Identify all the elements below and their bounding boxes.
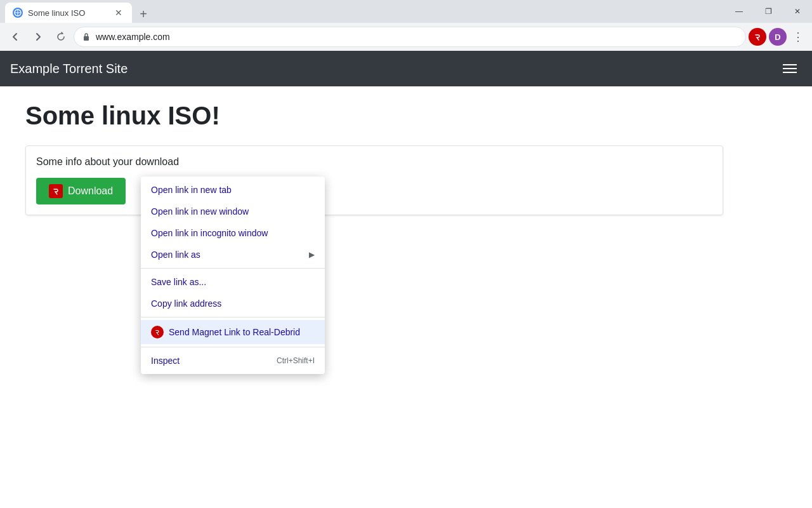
lock-icon <box>82 32 91 41</box>
page-body: Some linux ISO! Some info about your dow… <box>0 86 812 241</box>
page-title: Some linux ISO! <box>25 102 787 130</box>
context-menu: Open link in new tabOpen link in new win… <box>141 177 325 374</box>
tab-favicon <box>13 8 23 18</box>
hamburger-line-3 <box>783 72 797 73</box>
context-menu-label: Send Magnet Link to Real-Debrid <box>169 327 300 337</box>
url-input[interactable] <box>96 32 738 42</box>
info-text: Some info about your download <box>36 156 712 168</box>
context-menu-separator <box>141 268 325 269</box>
context-menu-label: Inspect <box>151 356 180 366</box>
context-menu-label: Open link in new window <box>151 206 249 217</box>
minimize-button[interactable]: — <box>724 0 754 23</box>
context-menu-label: Open link in incognito window <box>151 228 268 238</box>
new-tab-button[interactable]: + <box>134 5 152 23</box>
address-bar[interactable] <box>74 27 746 47</box>
context-menu-label: Open link as <box>151 250 200 260</box>
tab-title: Some linux ISO <box>28 8 108 18</box>
context-menu-item-open-new-window[interactable]: Open link in new window <box>141 201 325 222</box>
context-menu-shortcut: Ctrl+Shift+I <box>277 356 315 365</box>
active-tab[interactable]: Some linux ISO ✕ <box>5 3 132 23</box>
context-menu-separator <box>141 347 325 347</box>
real-debrid-context-icon <box>151 326 164 338</box>
context-menu-item-open-new-tab[interactable]: Open link in new tab <box>141 179 325 201</box>
context-menu-separator <box>141 317 325 318</box>
context-menu-item-send-magnet[interactable]: Send Magnet Link to Real-Debrid <box>141 320 325 344</box>
hamburger-line-2 <box>783 68 797 69</box>
download-btn-icon <box>49 184 63 198</box>
tab-close-button[interactable]: ✕ <box>113 7 124 18</box>
hamburger-line-1 <box>783 64 797 65</box>
browser-menu-button[interactable]: ⋮ <box>789 28 807 46</box>
tabs-area: Some linux ISO ✕ + <box>0 0 724 23</box>
page-content: Example Torrent Site Some linux ISO! Som… <box>0 51 812 508</box>
maximize-button[interactable]: ❐ <box>754 0 783 23</box>
close-button[interactable]: ✕ <box>783 0 812 23</box>
real-debrid-toolbar-icon[interactable] <box>749 28 766 46</box>
context-menu-item-save-link[interactable]: Save link as... <box>141 271 325 293</box>
context-menu-item-open-incognito[interactable]: Open link in incognito window <box>141 222 325 244</box>
context-menu-item-inspect[interactable]: InspectCtrl+Shift+I <box>141 350 325 371</box>
context-menu-label: Save link as... <box>151 277 206 287</box>
site-brand: Example Torrent Site <box>10 62 778 76</box>
context-menu-label: Open link in new tab <box>151 185 232 195</box>
download-card: Some info about your download Download <box>25 145 723 215</box>
svg-rect-3 <box>84 36 89 41</box>
download-button[interactable]: Download <box>36 178 126 204</box>
context-menu-item-copy-link[interactable]: Copy link address <box>141 293 325 314</box>
context-menu-label: Copy link address <box>151 298 221 309</box>
toolbar-right-controls: D ⋮ <box>749 28 807 46</box>
hamburger-menu[interactable] <box>778 59 802 78</box>
site-navbar: Example Torrent Site <box>0 51 812 86</box>
browser-title-bar: Some linux ISO ✕ + — ❐ ✕ <box>0 0 812 23</box>
download-button-label: Download <box>68 185 113 197</box>
profile-avatar[interactable]: D <box>769 28 787 46</box>
svg-point-4 <box>753 32 762 41</box>
forward-button[interactable] <box>28 27 48 47</box>
context-menu-item-open-link-as[interactable]: Open link as▶ <box>141 244 325 265</box>
back-button[interactable] <box>5 27 25 47</box>
svg-point-5 <box>52 187 60 195</box>
context-menu-arrow: ▶ <box>309 250 315 259</box>
browser-toolbar: D ⋮ <box>0 23 812 51</box>
window-controls: — ❐ ✕ <box>724 0 812 23</box>
reload-button[interactable] <box>51 27 71 47</box>
